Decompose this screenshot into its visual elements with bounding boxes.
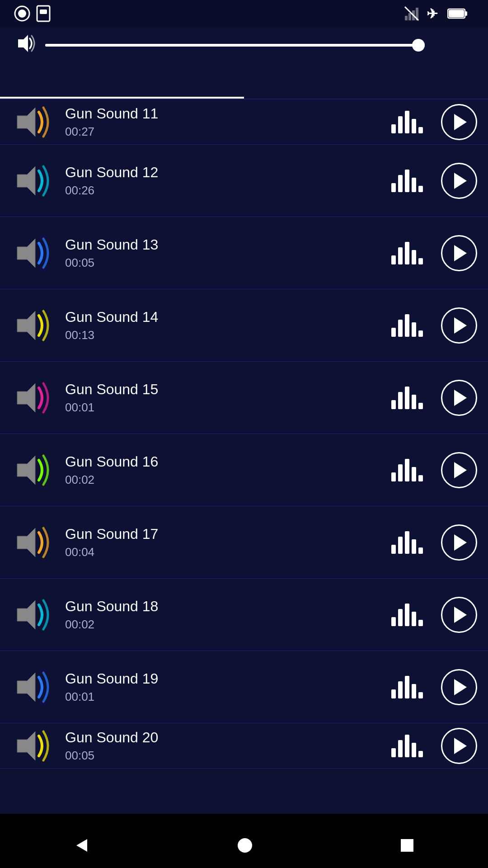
nav-bar: [0, 823, 488, 868]
sound-info: Gun Sound 17 00:04: [65, 526, 382, 559]
svg-marker-17: [17, 311, 35, 340]
sound-name: Gun Sound 19: [65, 670, 382, 687]
volume-icon: [14, 33, 36, 58]
svg-point-25: [238, 838, 252, 853]
sound-name: Gun Sound 13: [65, 236, 382, 253]
svg-rect-6: [408, 13, 411, 20]
status-left-icons: [14, 5, 52, 22]
sound-duration: 00:27: [65, 125, 382, 139]
sound-info: Gun Sound 13 00:05: [65, 236, 382, 270]
list-item: Gun Sound 17 00:04: [0, 506, 488, 579]
volume-bar: [0, 27, 488, 63]
tabs-container: [0, 63, 488, 99]
sound-duration: 00:13: [65, 328, 382, 342]
sound-list: Gun Sound 11 00:27 Gun Sound 12: [0, 99, 488, 814]
speaker-icon: [11, 448, 56, 493]
speaker-icon: [11, 665, 56, 710]
volume-slider-track[interactable]: [45, 44, 425, 47]
svg-marker-23: [17, 731, 35, 760]
svg-rect-7: [412, 10, 415, 20]
tab-more-apps[interactable]: [244, 63, 488, 99]
svg-rect-5: [405, 16, 408, 20]
list-item: Gun Sound 12 00:26: [0, 145, 488, 217]
play-button[interactable]: [441, 597, 477, 633]
svg-marker-15: [17, 166, 35, 195]
list-item: Gun Sound 13 00:05: [0, 217, 488, 289]
speaker-icon: [11, 231, 56, 276]
sound-info: Gun Sound 14 00:13: [65, 309, 382, 342]
list-item: Gun Sound 18 00:02: [0, 579, 488, 651]
play-button[interactable]: [441, 524, 477, 561]
waveform-icon: [391, 242, 423, 264]
list-item: Gun Sound 11 00:27: [0, 99, 488, 145]
play-button[interactable]: [441, 452, 477, 488]
sound-info: Gun Sound 18 00:02: [65, 598, 382, 632]
waveform-icon: [391, 387, 423, 409]
svg-rect-26: [401, 839, 413, 852]
sound-name: Gun Sound 12: [65, 164, 382, 181]
play-button[interactable]: [441, 380, 477, 416]
sound-name: Gun Sound 11: [65, 105, 382, 122]
sound-name: Gun Sound 17: [65, 526, 382, 542]
recent-button[interactable]: [399, 837, 415, 854]
waveform-icon: [391, 170, 423, 192]
play-button[interactable]: [441, 728, 477, 764]
speaker-icon: [11, 99, 56, 145]
speaker-icon: [11, 723, 56, 769]
sound-duration: 00:05: [65, 256, 382, 270]
sound-name: Gun Sound 14: [65, 309, 382, 326]
tab-ringtones[interactable]: [0, 63, 244, 99]
record-icon: [14, 5, 31, 22]
list-item: Gun Sound 20 00:05: [0, 723, 488, 769]
svg-rect-3: [40, 9, 47, 14]
svg-marker-21: [17, 600, 35, 629]
sound-info: Gun Sound 16 00:02: [65, 453, 382, 487]
play-button[interactable]: [441, 104, 477, 140]
status-right-icons: ✈: [404, 6, 474, 21]
sound-info: Gun Sound 19 00:01: [65, 670, 382, 704]
waveform-icon: [391, 459, 423, 481]
svg-marker-18: [17, 383, 35, 412]
airplane-icon: ✈: [426, 6, 441, 21]
home-button[interactable]: [236, 836, 254, 854]
svg-text:✈: ✈: [427, 6, 438, 21]
waveform-icon: [391, 111, 423, 133]
play-button[interactable]: [441, 307, 477, 344]
sound-duration: 00:01: [65, 401, 382, 415]
sound-duration: 00:04: [65, 545, 382, 559]
sound-duration: 00:05: [65, 749, 382, 763]
svg-marker-24: [76, 839, 87, 852]
svg-rect-8: [416, 8, 418, 20]
waveform-icon: [391, 604, 423, 626]
play-button[interactable]: [441, 163, 477, 199]
svg-marker-13: [18, 35, 28, 52]
speaker-icon: [11, 592, 56, 637]
list-item: Gun Sound 14 00:13: [0, 289, 488, 362]
status-bar: ✈: [0, 0, 488, 27]
svg-rect-11: [465, 11, 467, 16]
list-item: Gun Sound 19 00:01: [0, 651, 488, 723]
svg-marker-19: [17, 456, 35, 485]
no-signal-icon: [404, 6, 419, 21]
speaker-icon: [11, 520, 56, 565]
speaker-icon: [11, 158, 56, 203]
sound-name: Gun Sound 15: [65, 381, 382, 398]
sound-name: Gun Sound 16: [65, 453, 382, 470]
svg-marker-14: [17, 108, 35, 137]
sound-duration: 00:01: [65, 690, 382, 704]
sound-duration: 00:26: [65, 184, 382, 198]
speaker-icon: [11, 375, 56, 420]
play-button[interactable]: [441, 235, 477, 271]
volume-slider-thumb: [412, 39, 425, 52]
back-button[interactable]: [73, 836, 91, 854]
list-item: Gun Sound 16 00:02: [0, 434, 488, 506]
sound-info: Gun Sound 11 00:27: [65, 105, 382, 139]
play-button[interactable]: [441, 669, 477, 705]
waveform-icon: [391, 676, 423, 698]
waveform-icon: [391, 314, 423, 337]
svg-marker-20: [17, 528, 35, 557]
sound-name: Gun Sound 18: [65, 598, 382, 615]
sound-info: Gun Sound 20 00:05: [65, 729, 382, 763]
sim-icon: [36, 5, 52, 22]
sound-info: Gun Sound 15 00:01: [65, 381, 382, 415]
